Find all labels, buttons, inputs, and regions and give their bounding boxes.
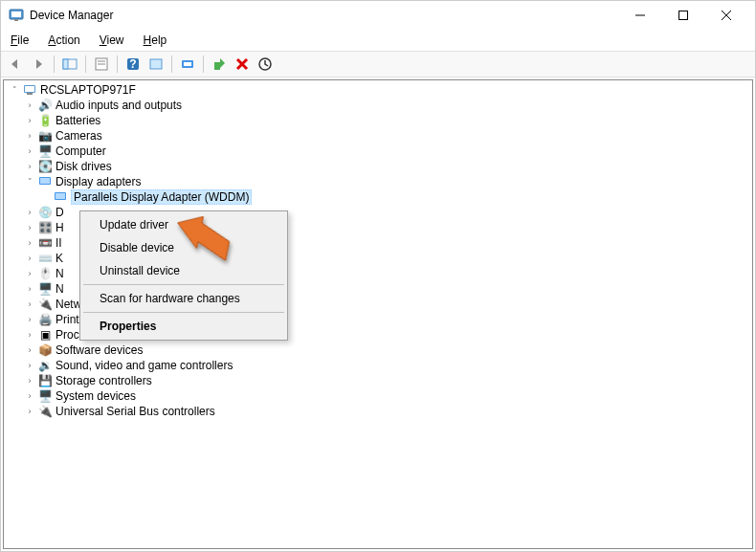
- svg-rect-8: [63, 59, 68, 69]
- back-button[interactable]: [5, 54, 26, 75]
- battery-icon: 🔋: [37, 113, 53, 128]
- printer-icon: 🖨️: [37, 312, 53, 327]
- app-icon: [9, 8, 24, 23]
- mouse-icon: 🖱️: [37, 266, 53, 281]
- chevron-right-icon[interactable]: ›: [23, 221, 36, 234]
- svg-rect-2: [14, 19, 18, 21]
- menubar: File Action View Help: [1, 30, 755, 51]
- svg-rect-22: [25, 86, 34, 92]
- cpu-icon: ▣: [37, 327, 53, 342]
- chevron-right-icon[interactable]: ›: [23, 236, 36, 250]
- keyboard-icon: ⌨️: [37, 251, 53, 266]
- properties-button[interactable]: [91, 54, 112, 75]
- tree-root[interactable]: ˅ RCSLAPTOP971F: [4, 82, 752, 98]
- show-hide-tree-button[interactable]: [59, 54, 80, 75]
- scan-hardware-button[interactable]: [255, 54, 276, 75]
- tree-item[interactable]: ›🖥️System devices: [4, 388, 752, 404]
- chevron-right-icon[interactable]: ›: [23, 267, 36, 280]
- ctx-uninstall-device[interactable]: Uninstall device: [82, 259, 285, 282]
- menu-help[interactable]: Help: [140, 32, 171, 49]
- tree-item[interactable]: ›💾Storage controllers: [4, 373, 752, 388]
- chevron-right-icon[interactable]: ›: [23, 114, 36, 127]
- ctx-disable-device[interactable]: Disable device: [82, 236, 285, 259]
- disk-icon: 💽: [37, 159, 53, 174]
- toolbar: ?: [1, 51, 755, 77]
- chevron-right-icon[interactable]: ›: [23, 328, 36, 342]
- svg-rect-27: [56, 193, 65, 199]
- ctx-separator: [83, 284, 284, 285]
- storage-icon: 💾: [37, 373, 53, 388]
- menu-file[interactable]: File: [7, 32, 33, 49]
- window-title: Device Manager: [30, 9, 113, 22]
- minimize-button[interactable]: [618, 1, 661, 30]
- tree-root-label: RCSLAPTOP971F: [40, 83, 136, 97]
- svg-rect-1: [11, 11, 21, 17]
- chevron-right-icon[interactable]: ›: [23, 313, 36, 326]
- update-driver-button[interactable]: [177, 54, 198, 75]
- svg-text:?: ?: [129, 57, 136, 71]
- hid-icon: 🎛️: [37, 220, 53, 235]
- display-icon: [53, 189, 68, 205]
- monitor-icon: 🖥️: [37, 281, 53, 297]
- computer-icon: 🖥️: [37, 144, 53, 159]
- tree-item[interactable]: ›🖥️Computer: [4, 144, 752, 159]
- context-menu: Update driver Disable device Uninstall d…: [79, 210, 288, 341]
- camera-icon: 📷: [37, 128, 53, 144]
- uninstall-button[interactable]: [232, 54, 253, 75]
- network-icon: 🔌: [37, 297, 53, 312]
- drive-icon: 💿: [37, 205, 53, 220]
- chevron-right-icon[interactable]: ›: [23, 298, 36, 311]
- tree-item-selected[interactable]: Parallels Display Adapter (WDDM): [4, 189, 752, 205]
- enable-button[interactable]: [209, 54, 230, 75]
- chevron-down-icon[interactable]: ˅: [8, 83, 21, 97]
- svg-rect-4: [678, 11, 687, 20]
- titlebar: Device Manager: [1, 1, 755, 30]
- chevron-right-icon[interactable]: ›: [23, 343, 36, 357]
- svg-rect-14: [150, 59, 162, 69]
- ctx-separator: [83, 312, 284, 313]
- chevron-right-icon[interactable]: ›: [23, 160, 36, 173]
- ctx-update-driver[interactable]: Update driver: [82, 213, 285, 236]
- chevron-right-icon[interactable]: ›: [23, 405, 36, 418]
- tree-item[interactable]: ›🔉Sound, video and game controllers: [4, 358, 752, 373]
- ctx-scan-hardware[interactable]: Scan for hardware changes: [82, 287, 285, 310]
- toolbar-icon[interactable]: [145, 54, 167, 75]
- computer-icon: [22, 82, 37, 98]
- tree-item[interactable]: ›🔌Universal Serial Bus controllers: [4, 404, 752, 419]
- system-icon: 🖥️: [37, 388, 53, 404]
- chevron-right-icon[interactable]: ›: [23, 252, 36, 265]
- menu-view[interactable]: View: [96, 32, 128, 49]
- audio-icon: 🔊: [37, 98, 53, 113]
- menu-action[interactable]: Action: [44, 32, 83, 49]
- window-controls: [618, 1, 747, 30]
- chevron-right-icon[interactable]: ›: [23, 374, 36, 387]
- tree-item[interactable]: ›📦Software devices: [4, 342, 752, 358]
- usb-icon: 🔌: [37, 404, 53, 419]
- svg-rect-23: [27, 93, 33, 95]
- chevron-down-icon[interactable]: ˅: [23, 175, 36, 188]
- svg-rect-16: [184, 62, 191, 66]
- chevron-right-icon[interactable]: ›: [23, 144, 36, 158]
- tree-item[interactable]: ›📷Cameras: [4, 128, 752, 144]
- close-button[interactable]: [704, 1, 747, 30]
- chevron-right-icon[interactable]: ›: [23, 129, 36, 143]
- svg-rect-25: [40, 178, 50, 184]
- tree-item[interactable]: ›💽Disk drives: [4, 159, 752, 174]
- tree-item[interactable]: ›🔋Batteries: [4, 113, 752, 128]
- chevron-right-icon[interactable]: ›: [23, 99, 36, 112]
- ctx-properties[interactable]: Properties: [82, 315, 285, 338]
- tree-item[interactable]: ›🔊Audio inputs and outputs: [4, 98, 752, 113]
- maximize-button[interactable]: [661, 1, 704, 30]
- ide-icon: 📼: [37, 235, 53, 251]
- software-icon: 📦: [37, 342, 53, 358]
- tree-item-display-adapters[interactable]: ˅Display adapters: [4, 174, 752, 189]
- forward-button[interactable]: [28, 54, 49, 75]
- help-button[interactable]: ?: [122, 54, 144, 75]
- chevron-right-icon[interactable]: ›: [23, 389, 36, 403]
- chevron-right-icon[interactable]: ›: [23, 359, 36, 372]
- chevron-right-icon[interactable]: ›: [23, 206, 36, 219]
- sound-icon: 🔉: [37, 358, 53, 373]
- display-icon: [37, 174, 53, 189]
- chevron-right-icon[interactable]: ›: [23, 282, 36, 296]
- svg-rect-17: [214, 62, 220, 70]
